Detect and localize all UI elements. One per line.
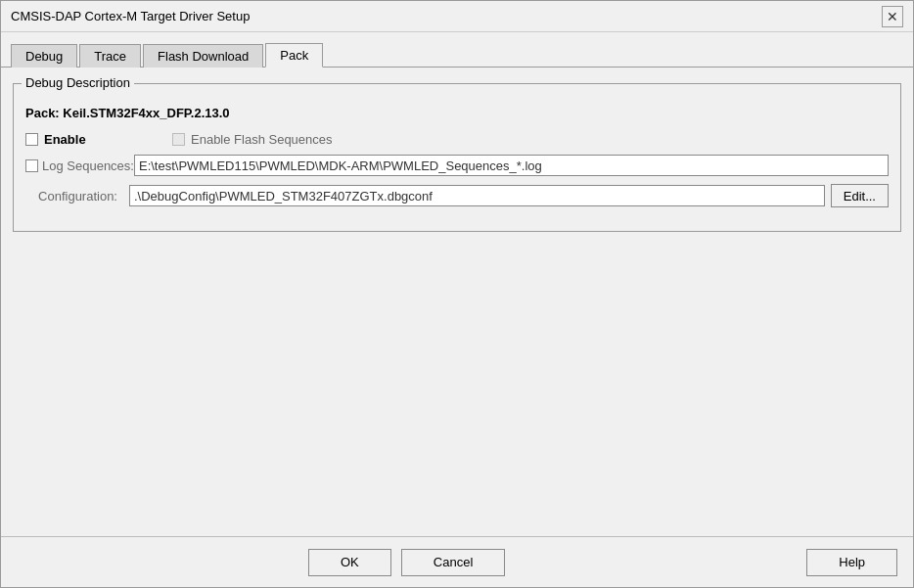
enable-flash-group: Enable Flash Sequences: [172, 132, 333, 147]
enable-flash-label: Enable Flash Sequences: [191, 132, 333, 147]
log-sequences-input[interactable]: [134, 155, 889, 176]
config-label: Configuration:: [25, 189, 123, 204]
log-checkbox-wrap: Log Sequences:: [25, 158, 134, 173]
enable-checkbox[interactable]: [25, 133, 38, 146]
footer: OK Cancel Help: [1, 536, 913, 587]
content-area: Debug Description Pack: Keil.STM32F4xx_D…: [1, 68, 913, 536]
enable-label: Enable: [44, 132, 86, 147]
tab-pack[interactable]: Pack: [265, 43, 323, 68]
tab-bar: Debug Trace Flash Download Pack: [1, 32, 913, 68]
configuration-row: Configuration: Edit...: [25, 184, 889, 207]
debug-description-group: Debug Description Pack: Keil.STM32F4xx_D…: [13, 83, 901, 232]
group-legend: Debug Description: [22, 75, 134, 90]
help-button[interactable]: Help: [806, 549, 897, 576]
log-sequences-label: Log Sequences:: [42, 158, 134, 173]
log-sequences-checkbox[interactable]: [25, 159, 38, 172]
pack-label: Pack: Keil.STM32F4xx_DFP.2.13.0: [25, 106, 889, 120]
enable-row: Enable Enable Flash Sequences: [25, 132, 889, 147]
cancel-button[interactable]: Cancel: [401, 549, 505, 576]
tab-debug[interactable]: Debug: [11, 44, 77, 68]
window-title: CMSIS-DAP Cortex-M Target Driver Setup: [11, 9, 250, 23]
log-sequences-row: Log Sequences:: [25, 155, 889, 176]
ok-button[interactable]: OK: [308, 549, 391, 576]
tab-flash-download[interactable]: Flash Download: [143, 44, 263, 68]
edit-button[interactable]: Edit...: [831, 184, 889, 207]
enable-flash-checkbox[interactable]: [172, 133, 185, 146]
tab-trace[interactable]: Trace: [79, 44, 141, 68]
main-window: CMSIS-DAP Cortex-M Target Driver Setup ✕…: [0, 0, 914, 588]
close-button[interactable]: ✕: [882, 6, 903, 27]
title-bar: CMSIS-DAP Cortex-M Target Driver Setup ✕: [1, 1, 913, 32]
enable-checkbox-group: Enable: [25, 132, 143, 147]
configuration-input[interactable]: [129, 185, 825, 206]
